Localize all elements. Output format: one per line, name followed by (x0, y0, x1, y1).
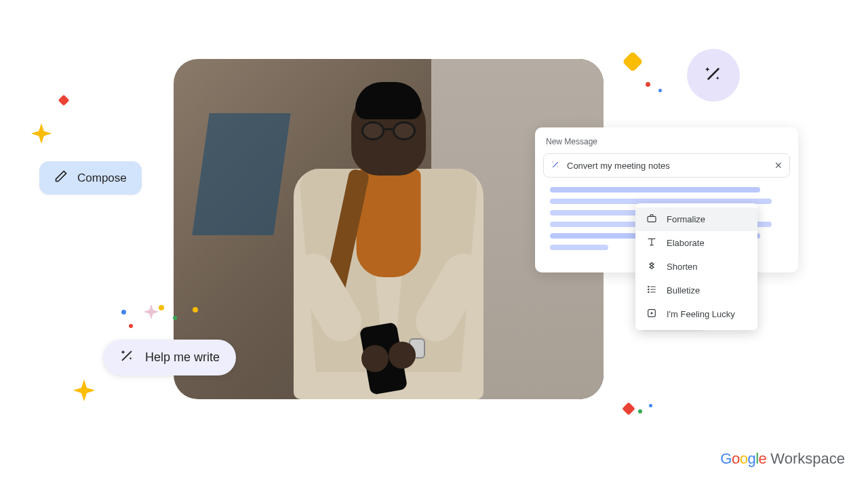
dot-decoration (121, 310, 126, 314)
dice-icon (646, 308, 657, 321)
svg-point-4 (648, 289, 649, 289)
magic-wand-icon (703, 64, 724, 87)
pencil-icon (54, 169, 68, 186)
svg-point-0 (552, 161, 553, 162)
sparkle-icon (73, 380, 95, 401)
diamond-decoration (622, 402, 635, 415)
refine-option-lucky[interactable]: I'm Feeling Lucky (635, 302, 757, 326)
dot-decoration (646, 82, 650, 87)
svg-point-3 (648, 286, 649, 287)
refine-option-bulletize[interactable]: Bulletize (635, 279, 757, 302)
google-workspace-logo: Google Workspace (720, 450, 845, 468)
close-icon[interactable]: ✕ (774, 160, 783, 171)
prompt-input[interactable]: Convert my meeting notes ✕ (543, 153, 790, 178)
new-message-title: New Message (535, 137, 798, 153)
svg-point-1 (557, 166, 558, 167)
dot-decoration (159, 305, 164, 310)
bullet-list-icon (646, 284, 657, 297)
magic-circle-badge (687, 49, 740, 102)
dot-decoration (193, 307, 198, 312)
refine-menu: Formalize Elaborate Shorten Bulleti (635, 203, 757, 330)
magic-pen-icon (551, 160, 560, 171)
expand-text-icon (646, 237, 657, 249)
magic-wand-icon (119, 348, 134, 367)
prompt-text: Convert my meeting notes (567, 161, 670, 171)
diamond-decoration (58, 95, 70, 106)
sparkle-icon (144, 304, 159, 319)
dot-decoration (173, 316, 177, 320)
menu-item-label: Shorten (667, 262, 698, 272)
dot-decoration (649, 404, 652, 407)
menu-item-label: Elaborate (667, 238, 705, 248)
compose-label: Compose (77, 171, 127, 185)
workspace-wordmark: Workspace (770, 450, 845, 468)
sparkle-icon (31, 123, 52, 144)
refine-option-shorten[interactable]: Shorten (635, 255, 757, 279)
diamond-decoration (622, 51, 643, 72)
help-me-write-label: Help me write (145, 350, 220, 365)
refine-option-formalize[interactable]: Formalize (635, 207, 757, 231)
briefcase-icon (646, 213, 657, 226)
menu-item-label: Formalize (667, 214, 705, 224)
svg-rect-2 (648, 216, 656, 222)
svg-point-5 (648, 291, 649, 292)
help-me-write-button[interactable]: Help me write (103, 340, 236, 375)
menu-item-label: I'm Feeling Lucky (667, 309, 735, 319)
refine-option-elaborate[interactable]: Elaborate (635, 231, 757, 255)
menu-item-label: Bulletize (667, 285, 700, 296)
dot-decoration (129, 324, 133, 328)
compose-button[interactable]: Compose (39, 161, 142, 195)
dot-decoration (658, 89, 662, 92)
google-wordmark: Google (720, 450, 766, 468)
collapse-icon (646, 260, 657, 273)
svg-point-7 (651, 312, 652, 314)
dot-decoration (638, 409, 642, 413)
